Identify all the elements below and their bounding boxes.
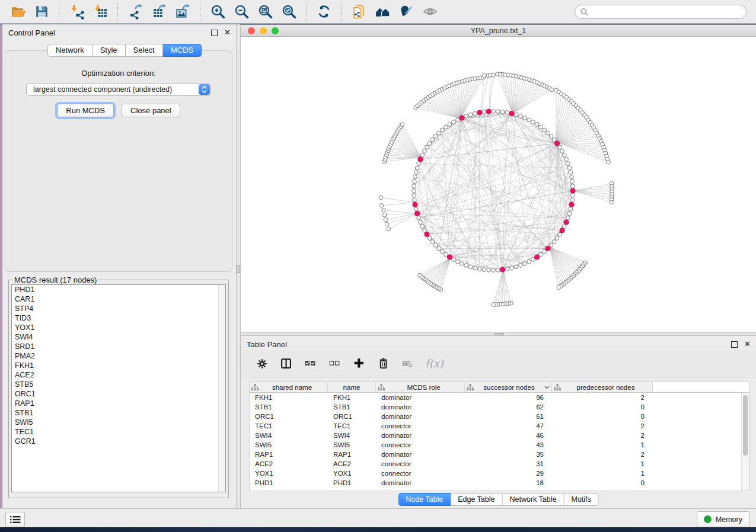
- table-scrollbar[interactable]: [741, 393, 749, 491]
- network-node[interactable]: [570, 198, 575, 202]
- network-node[interactable]: [546, 131, 550, 135]
- network-graph[interactable]: [241, 37, 756, 332]
- network-node[interactable]: [456, 118, 460, 122]
- leaf-node[interactable]: [387, 227, 391, 231]
- network-node[interactable]: [415, 166, 419, 170]
- zoom-selected-button[interactable]: [278, 2, 299, 22]
- splitter-grip[interactable]: [237, 265, 240, 273]
- mcds-node[interactable]: [447, 255, 452, 259]
- network-node[interactable]: [430, 138, 435, 142]
- leaf-node[interactable]: [382, 213, 387, 217]
- network-node[interactable]: [437, 246, 441, 251]
- tab-style[interactable]: Style: [92, 44, 126, 57]
- import-network-button[interactable]: [66, 2, 87, 22]
- column-visibility-button[interactable]: [279, 357, 294, 371]
- network-node[interactable]: [531, 258, 535, 262]
- mcds-node[interactable]: [413, 202, 417, 207]
- network-node[interactable]: [417, 216, 421, 220]
- table-row-RAP1[interactable]: RAP1RAP1dominator352: [250, 450, 749, 459]
- leaf-node[interactable]: [379, 196, 383, 200]
- mcds-result-item[interactable]: TID3: [12, 313, 225, 323]
- network-node[interactable]: [433, 134, 438, 139]
- table-row-FKH1[interactable]: FKH1FKH1dominator962: [250, 393, 749, 402]
- network-node[interactable]: [414, 171, 418, 175]
- network-node[interactable]: [464, 114, 468, 118]
- mcds-node[interactable]: [418, 157, 423, 162]
- table-row-SWI4[interactable]: SWI4SWI4dominator462: [250, 431, 749, 440]
- mcds-result-item[interactable]: YOX1: [12, 323, 225, 332]
- network-node[interactable]: [496, 268, 500, 272]
- network-node[interactable]: [473, 111, 477, 116]
- task-history-button[interactable]: [5, 512, 25, 527]
- table-row-PHD1[interactable]: PHD1PHD1dominator180: [250, 478, 749, 488]
- leaf-node[interactable]: [550, 88, 554, 92]
- mcds-result-item[interactable]: SRD1: [12, 342, 225, 351]
- network-canvas[interactable]: [241, 37, 756, 332]
- table-row-ACE2[interactable]: ACE2ACE2connector311: [250, 459, 749, 469]
- float-table-panel-button[interactable]: [731, 341, 738, 348]
- mcds-node[interactable]: [569, 202, 574, 207]
- network-node[interactable]: [487, 268, 491, 272]
- network-node[interactable]: [468, 265, 473, 269]
- float-control-panel-button[interactable]: [211, 30, 218, 36]
- mcds-node[interactable]: [460, 116, 464, 120]
- network-node[interactable]: [552, 240, 556, 244]
- network-node[interactable]: [460, 262, 464, 266]
- network-node[interactable]: [562, 153, 566, 158]
- mcds-result-item[interactable]: STB5: [12, 380, 225, 389]
- table-row-YOX1[interactable]: YOX1YOX1connector291: [250, 469, 749, 478]
- network-node[interactable]: [425, 145, 429, 149]
- network-node[interactable]: [527, 118, 531, 122]
- mcds-result-item[interactable]: FKH1: [12, 361, 225, 370]
- leaf-node[interactable]: [492, 303, 496, 307]
- export-network-button[interactable]: [125, 2, 146, 22]
- network-node[interactable]: [566, 162, 570, 166]
- network-node[interactable]: [570, 184, 575, 188]
- network-node[interactable]: [477, 267, 481, 271]
- column-header-predecessor-nodes[interactable]: predecessor nodes: [552, 382, 653, 393]
- deselect-all-rows-button[interactable]: [328, 357, 342, 371]
- leaf-node[interactable]: [385, 222, 389, 226]
- mcds-result-item[interactable]: TEC1: [12, 427, 225, 437]
- table-row-SWI5[interactable]: SWI5SWI5connector431: [250, 440, 749, 450]
- network-node[interactable]: [412, 189, 416, 193]
- import-table-button[interactable]: [90, 2, 111, 22]
- network-node[interactable]: [413, 198, 417, 202]
- close-mcds-panel-button[interactable]: Close panel: [122, 104, 180, 117]
- network-node[interactable]: [570, 180, 575, 184]
- network-node[interactable]: [423, 149, 427, 153]
- leaf-node[interactable]: [482, 73, 486, 78]
- mcds-result-item[interactable]: PHD1: [12, 285, 225, 294]
- table-row-TEC1[interactable]: TEC1TEC1connector472: [250, 421, 749, 431]
- network-node[interactable]: [444, 125, 448, 129]
- zoom-fit-button[interactable]: [254, 2, 276, 22]
- network-node[interactable]: [482, 110, 486, 114]
- mcds-result-item[interactable]: STP4: [12, 304, 225, 313]
- mcds-result-item[interactable]: PMA2: [12, 351, 225, 361]
- network-node[interactable]: [412, 193, 416, 197]
- network-node[interactable]: [473, 266, 477, 270]
- network-node[interactable]: [510, 266, 514, 270]
- network-node[interactable]: [562, 225, 566, 229]
- tab-network-table[interactable]: Network Table: [503, 493, 564, 506]
- tab-motifs[interactable]: Motifs: [564, 493, 598, 506]
- mcds-node[interactable]: [425, 232, 429, 237]
- network-node[interactable]: [428, 142, 432, 146]
- network-node[interactable]: [567, 211, 572, 216]
- network-node[interactable]: [441, 249, 445, 254]
- network-node[interactable]: [428, 236, 432, 241]
- network-node[interactable]: [452, 258, 456, 262]
- network-node[interactable]: [413, 180, 417, 184]
- network-node[interactable]: [531, 120, 535, 124]
- network-node[interactable]: [505, 267, 509, 271]
- mcds-result-item[interactable]: ACE2: [12, 370, 225, 380]
- optimization-criterion-select[interactable]: largest connected component (undirected): [26, 83, 211, 96]
- network-node[interactable]: [527, 259, 531, 264]
- network-node[interactable]: [492, 268, 496, 273]
- open-file-button[interactable]: [7, 2, 28, 22]
- function-builder-button[interactable]: f(x): [425, 357, 444, 370]
- network-node[interactable]: [468, 113, 473, 117]
- mcds-node[interactable]: [560, 228, 564, 233]
- mcds-node[interactable]: [546, 246, 550, 251]
- memory-button[interactable]: Memory: [697, 511, 749, 527]
